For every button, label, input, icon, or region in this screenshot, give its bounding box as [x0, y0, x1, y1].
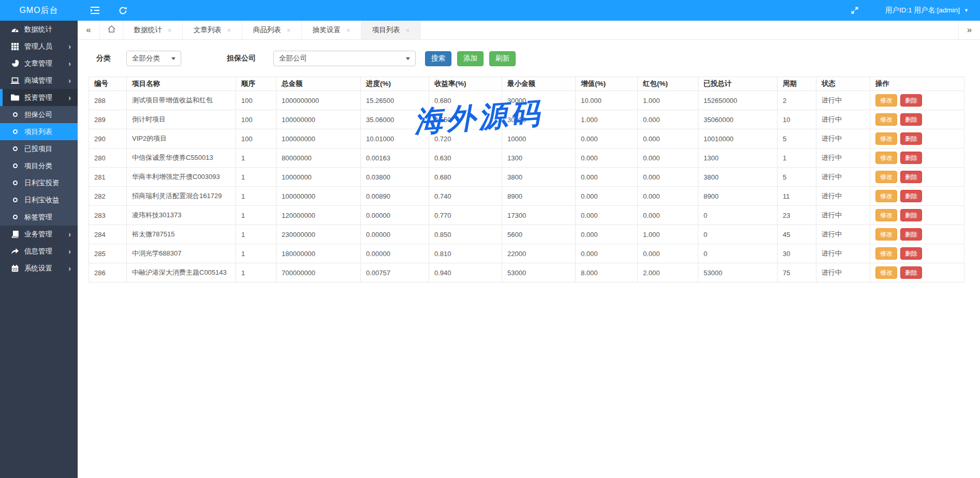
circle-icon [11, 179, 19, 187]
delete-button[interactable]: 删除 [900, 132, 922, 145]
tabs-scroll-left[interactable]: « [78, 21, 99, 39]
tab-商品列表[interactable]: 商品列表× [242, 21, 302, 39]
sidebar-item[interactable]: 日利宝投资 [0, 174, 78, 191]
user-menu[interactable]: 用户ID:1 用户名:[admin] ▼ [885, 0, 969, 21]
edit-button[interactable]: 修改 [875, 266, 897, 279]
sidebar-item[interactable]: 投资管理› [0, 89, 78, 106]
company-select[interactable]: 全部公司 [273, 51, 416, 66]
table-cell: 0.000 [638, 148, 698, 168]
table-cell: 75 [778, 263, 816, 282]
chevron-down-icon [171, 57, 175, 60]
sidebar-item-label: 日利宝投资 [24, 178, 60, 188]
actions-cell: 修改删除 [870, 206, 964, 225]
table-row: 282招商瑞利灵活配置混合16172911000000000.008900.74… [89, 187, 964, 206]
tab-抽奖设置[interactable]: 抽奖设置× [302, 21, 361, 39]
close-icon[interactable]: × [346, 26, 350, 34]
delete-button[interactable]: 删除 [900, 113, 922, 126]
table-cell: 0.770 [429, 206, 502, 225]
delete-button[interactable]: 删除 [900, 94, 922, 107]
table-cell: 22000 [502, 244, 576, 263]
delete-button[interactable]: 删除 [900, 247, 922, 260]
chevron-right-icon: › [68, 77, 71, 84]
delete-button[interactable]: 删除 [900, 266, 922, 279]
edit-button[interactable]: 修改 [875, 152, 897, 164]
fullscreen-icon[interactable] [849, 5, 860, 16]
edit-button[interactable]: 修改 [875, 190, 897, 202]
table-cell: 45 [778, 225, 816, 244]
close-icon[interactable]: × [168, 26, 172, 34]
close-icon[interactable]: × [287, 26, 291, 34]
table-cell: 0.000 [576, 244, 638, 263]
refresh-icon[interactable] [117, 5, 128, 16]
table-cell: 0.000 [576, 168, 638, 187]
delete-button[interactable]: 删除 [900, 171, 922, 183]
close-icon[interactable]: × [406, 26, 410, 34]
delete-button[interactable]: 删除 [900, 152, 922, 164]
table-cell: 1 [236, 244, 276, 263]
table-cell: 280 [89, 148, 127, 168]
sidebar-item[interactable]: 日利宝收益 [0, 191, 78, 208]
refresh-button[interactable]: 刷新 [489, 51, 516, 66]
actions-cell: 修改删除 [870, 263, 964, 282]
edit-button[interactable]: 修改 [875, 228, 897, 241]
sidebar-item[interactable]: 信息管理› [0, 243, 78, 260]
tab-数据统计[interactable]: 数据统计× [123, 21, 183, 39]
table-cell: 10.000 [576, 91, 638, 110]
table-cell: 0.000 [576, 225, 638, 244]
table-cell: 凌玮科技301373 [127, 206, 236, 225]
edit-button[interactable]: 修改 [875, 94, 897, 107]
sidebar-item[interactable]: 数据统计 [0, 21, 78, 38]
sidebar-item-label: 投资管理 [24, 93, 52, 102]
search-button[interactable]: 搜索 [425, 51, 451, 66]
add-button[interactable]: 添加 [457, 51, 484, 66]
sidebar-item-label: 管理人员 [24, 42, 52, 51]
sidebar-item[interactable]: 项目分类 [0, 157, 78, 174]
sidebar-item[interactable]: 项目列表 [0, 123, 78, 140]
table-cell: 进行中 [816, 187, 870, 206]
home-tab[interactable] [99, 21, 123, 39]
book-icon [11, 230, 19, 238]
chevron-right-icon: › [68, 248, 71, 255]
edit-button[interactable]: 修改 [875, 113, 897, 126]
sidebar-item[interactable]: 标签管理 [0, 208, 78, 226]
close-icon[interactable]: × [227, 26, 231, 34]
column-header: 进度(%) [361, 77, 429, 91]
table-cell: 8900 [502, 187, 576, 206]
table-cell: VIP2的项目 [127, 129, 236, 148]
column-header: 周期 [778, 77, 816, 91]
table-cell: 700000000 [276, 263, 361, 282]
edit-button[interactable]: 修改 [875, 247, 897, 260]
table-cell: 1000000000 [276, 91, 361, 110]
edit-button[interactable]: 修改 [875, 132, 897, 145]
table-cell: 0 [698, 225, 778, 244]
delete-button[interactable]: 删除 [900, 190, 922, 202]
sidebar-item[interactable]: 管理人员› [0, 38, 78, 55]
tab-文章列表[interactable]: 文章列表× [183, 21, 242, 39]
table-cell: 0 [698, 206, 778, 225]
sidebar-item[interactable]: 文章管理› [0, 55, 78, 72]
sidebar: 数据统计管理人员›文章管理›商城管理›投资管理›担保公司项目列表已投项目项目分类… [0, 21, 78, 478]
sidebar-item[interactable]: 已投项目 [0, 140, 78, 157]
table-row: 281华商丰利增强定开债C0030931100000000.038000.680… [89, 168, 964, 187]
category-select[interactable]: 全部分类 [126, 51, 181, 66]
sidebar-item[interactable]: 系统设置› [0, 260, 78, 277]
tab-label: 数据统计 [134, 25, 162, 35]
table-cell: 23 [778, 206, 816, 225]
sidebar-item-label: 已投项目 [24, 144, 52, 154]
table-cell: 286 [89, 263, 127, 282]
tabs-scroll-right[interactable]: » [958, 21, 980, 39]
sidebar-item[interactable]: 担保公司 [0, 106, 78, 123]
edit-button[interactable]: 修改 [875, 209, 897, 221]
collapse-sidebar-icon[interactable] [89, 5, 100, 16]
tab-bar: « 数据统计×文章列表×商品列表×抽奖设置×项目列表× » [78, 21, 980, 40]
delete-button[interactable]: 删除 [900, 209, 922, 221]
table-cell: 0.940 [429, 263, 502, 282]
delete-button[interactable]: 删除 [900, 228, 922, 241]
main-content: 分类 全部分类 担保公司 全部公司 搜索 添加 刷新 编号项目名称顺序总金额进度… [78, 40, 980, 478]
table-cell: 进行中 [816, 110, 870, 129]
edit-button[interactable]: 修改 [875, 171, 897, 183]
table-cell: 5600 [502, 225, 576, 244]
tab-项目列表[interactable]: 项目列表× [361, 21, 421, 39]
sidebar-item[interactable]: 业务管理› [0, 226, 78, 243]
sidebar-item[interactable]: 商城管理› [0, 72, 78, 89]
